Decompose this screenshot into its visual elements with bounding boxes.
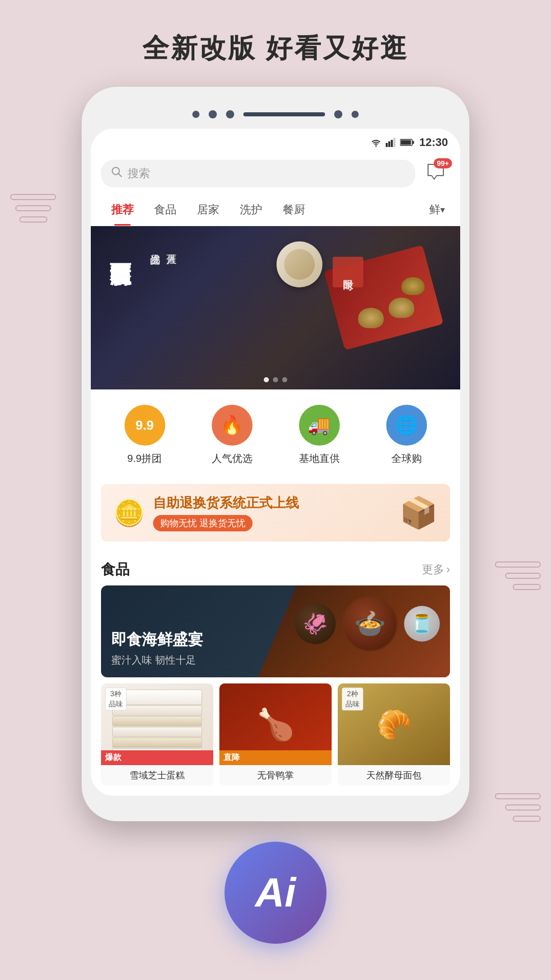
quick-label-popular: 人气优选 (212, 452, 253, 465)
food-image-1: 🦑 (295, 603, 336, 644)
promo-banner[interactable]: 🪙 自助退换货系统正式上线 购物无忧 退换货无忧 📦 (101, 484, 450, 542)
product-name-duck: 无骨鸭掌 (224, 769, 327, 781)
promo-coins-icon: 🪙 (113, 500, 145, 526)
banner-dot-3 (282, 377, 287, 382)
product-flavor-badge-cake: 3种品味 (105, 688, 127, 710)
phone-top-bar (91, 102, 460, 129)
product-grid: 3种品味 爆款 (91, 677, 460, 796)
chevron-right-icon: › (446, 563, 450, 576)
wifi-icon (370, 138, 382, 147)
phone-frame: 12:30 搜索 99+ (82, 87, 469, 821)
chevron-down-icon: ▾ (440, 204, 445, 215)
category-item-wash[interactable]: 洗护 (230, 194, 272, 226)
quick-label-direct: 基地直供 (299, 452, 340, 465)
category-more[interactable]: 鲜 ▾ (424, 194, 450, 226)
banner-content: 圆满中秋汇百香 月下佳人 岁岁品优选 (106, 247, 180, 379)
quick-item-direct[interactable]: 🚚 基地直供 (299, 405, 340, 465)
phone-dot-3 (226, 110, 234, 118)
page-title: 全新改版 好看又好逛 (0, 0, 551, 87)
deco-lines-right (495, 561, 541, 595)
banner-dots (264, 377, 287, 382)
phone-dot-4 (334, 110, 342, 118)
svg-rect-5 (412, 141, 414, 144)
category-nav: 推荐 食品 居家 洗护 餐厨 鲜 ▾ (91, 194, 460, 226)
banner-plate (277, 241, 322, 287)
food-image-sauce: 🫙 (404, 606, 440, 642)
deco-lines-left (10, 194, 56, 228)
quick-icon-global: 🌐 (386, 405, 427, 446)
product-badge-cake: 爆款 (101, 750, 213, 765)
signal-icon (386, 138, 396, 147)
quick-icon-popular: 🔥 (212, 405, 253, 446)
phone-screen: 12:30 搜索 99+ (91, 129, 460, 796)
promo-text-wrap: 自助退换货系统正式上线 购物无忧 退换货无忧 (153, 494, 391, 531)
status-bar: 12:30 (91, 129, 460, 153)
banner-dot-2 (273, 377, 278, 382)
phone-dot-2 (209, 110, 217, 118)
quick-item-popular[interactable]: 🔥 人气优选 (212, 405, 253, 465)
food-banner-sub: 蜜汁入味 韧性十足 (111, 653, 203, 667)
category-item-kitchen[interactable]: 餐厨 (272, 194, 315, 226)
svg-rect-3 (393, 138, 395, 147)
product-card-duck[interactable]: 🍗 直降 无骨鸭掌 (219, 683, 332, 786)
banner-title: 圆满中秋汇百香 (106, 247, 134, 379)
banner-subtitle: 月下佳人 岁岁品优选 (147, 247, 180, 379)
section-title-food: 食品 (101, 560, 130, 579)
product-name-cake: 雪域芝士蛋糕 (106, 769, 208, 781)
category-item-recommend[interactable]: 推荐 (101, 194, 144, 226)
message-badge: 99+ (434, 158, 452, 168)
svg-rect-2 (391, 140, 393, 147)
food-banner-text: 即食海鲜盛宴 蜜汁入味 韧性十足 (101, 619, 213, 677)
ai-button[interactable]: Ai (224, 842, 327, 944)
category-item-food[interactable]: 食品 (144, 194, 187, 226)
ai-button-container: Ai (0, 842, 551, 944)
promo-title: 自助退换货系统正式上线 (153, 494, 391, 512)
product-info-cake: 雪域芝士蛋糕 (101, 765, 213, 786)
product-card-bread[interactable]: 2种品味 🥐 天然酵母面包 (338, 683, 450, 786)
status-icons (370, 138, 414, 147)
product-name-bread: 天然酵母面包 (343, 769, 445, 781)
message-button[interactable]: 99+ (421, 159, 450, 188)
food-section: 食品 更多 › 即食海鲜盛宴 蜜汁入味 韧性十足 🦑 (91, 550, 460, 796)
search-placeholder: 搜索 (128, 166, 150, 181)
section-more-food[interactable]: 更多 › (422, 562, 450, 577)
food-banner-images: 🦑 🍲 🫙 (295, 596, 440, 652)
product-card-cake[interactable]: 3种品味 爆款 (101, 683, 213, 786)
svg-rect-6 (400, 140, 411, 145)
food-banner-title: 即食海鲜盛宴 (111, 629, 203, 650)
ai-button-label: Ai (255, 869, 296, 916)
product-info-duck: 无骨鸭掌 (219, 765, 332, 786)
quick-item-global[interactable]: 🌐 全球购 (386, 405, 427, 465)
product-image-duck: 🍗 直降 (219, 683, 332, 765)
banner-stamp: 限时 (333, 257, 363, 287)
svg-rect-0 (386, 143, 388, 147)
product-info-bread: 天然酵母面包 (338, 765, 450, 786)
svg-rect-1 (388, 141, 390, 147)
product-flavor-badge-bread: 2种品味 (342, 688, 363, 710)
product-image-bread: 2种品味 🥐 (338, 683, 450, 765)
banner-dot-1 (264, 377, 269, 382)
battery-icon (400, 138, 414, 146)
product-badge-duck: 直降 (219, 750, 332, 765)
quick-icons-section: 9.9 9.9拼团 🔥 人气优选 🚚 基地直供 🌐 全球购 (91, 389, 460, 476)
search-bar[interactable]: 搜索 (101, 160, 415, 187)
quick-icon-direct: 🚚 (299, 405, 340, 446)
svg-line-8 (119, 174, 122, 177)
quick-label-global: 全球购 (391, 452, 422, 465)
promo-subtitle: 购物无忧 退换货无忧 (153, 515, 253, 531)
phone-dot-1 (192, 111, 199, 118)
quick-label-group-buy: 9.9拼团 (128, 452, 162, 465)
food-banner[interactable]: 即食海鲜盛宴 蜜汁入味 韧性十足 🦑 🍲 🫙 (101, 585, 450, 677)
main-banner[interactable]: 圆满中秋汇百香 月下佳人 岁岁品优选 (91, 226, 460, 389)
section-header: 食品 更多 › (91, 550, 460, 585)
search-icon (111, 166, 122, 181)
quick-icon-group-buy: 9.9 (124, 405, 165, 446)
search-bar-wrap: 搜索 99+ (91, 153, 460, 194)
category-item-home[interactable]: 居家 (187, 194, 230, 226)
quick-item-group-buy[interactable]: 9.9 9.9拼团 (124, 405, 165, 465)
food-image-bowl: 🍲 (342, 596, 398, 652)
product-image-cake: 3种品味 爆款 (101, 683, 213, 765)
phone-speaker (243, 112, 325, 116)
promo-box-icon: 📦 (399, 495, 438, 531)
phone-dot-5 (352, 111, 359, 118)
